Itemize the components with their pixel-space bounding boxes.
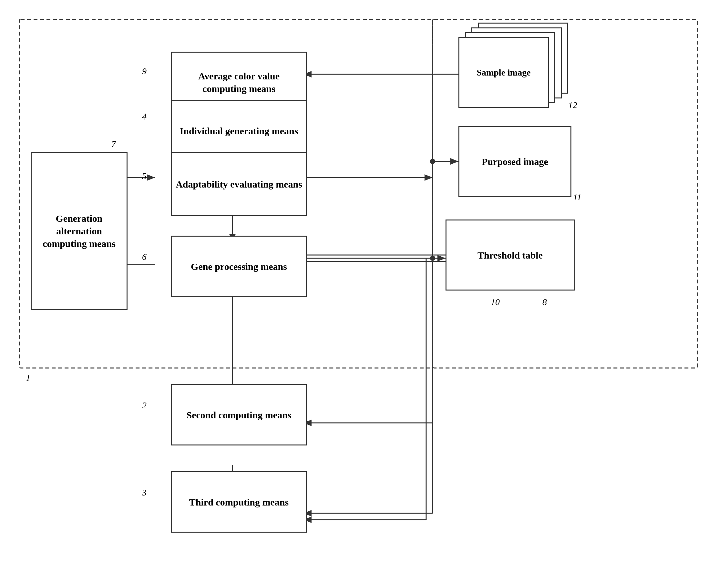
svg-point-17 [430, 159, 435, 164]
threshold-label: Threshold table [478, 249, 543, 262]
sample-label: Sample image [477, 67, 530, 78]
label-3: 3 [142, 487, 147, 498]
svg-marker-24 [437, 255, 445, 262]
avg-color-label: Average color value computing means [175, 70, 302, 95]
purposed-box: Purposed image [458, 126, 571, 197]
gene-proc-label: Gene processing means [191, 260, 287, 273]
sample-image-stack: Sample image [458, 22, 575, 120]
svg-point-18 [430, 256, 435, 261]
svg-marker-20 [450, 158, 458, 165]
diagram-container: 1 Average color value computing means 9 … [13, 13, 715, 559]
adaptability-box: Adaptability evaluating means [171, 152, 307, 216]
svg-marker-11 [147, 174, 155, 181]
label-10: 10 [491, 297, 500, 307]
third-comp-label: Third computing means [189, 496, 289, 508]
svg-marker-5 [425, 174, 433, 181]
label-12: 12 [568, 100, 577, 111]
sample-card-4: Sample image [458, 37, 549, 108]
label-8: 8 [542, 297, 547, 307]
gen-alt-box: Generation alternation computing means [31, 152, 128, 310]
second-comp-label: Second computing means [186, 409, 291, 421]
label-1: 1 [26, 373, 30, 383]
second-comp-box: Second computing means [171, 384, 307, 445]
label-11: 11 [573, 192, 581, 202]
label-6: 6 [142, 252, 147, 262]
adaptability-label: Adaptability evaluating means [175, 178, 302, 191]
third-comp-box: Third computing means [171, 471, 307, 532]
threshold-box: Threshold table [445, 219, 575, 290]
label-5: 5 [142, 171, 147, 182]
label-4: 4 [142, 112, 147, 122]
gene-proc-box: Gene processing means [171, 236, 307, 297]
label-9: 9 [142, 66, 147, 76]
purposed-label: Purposed image [482, 155, 548, 168]
individual-gen-label: Individual generating means [180, 125, 298, 137]
label-7: 7 [112, 139, 116, 149]
label-2: 2 [142, 400, 147, 411]
gen-alt-label: Generation alternation computing means [35, 212, 123, 250]
